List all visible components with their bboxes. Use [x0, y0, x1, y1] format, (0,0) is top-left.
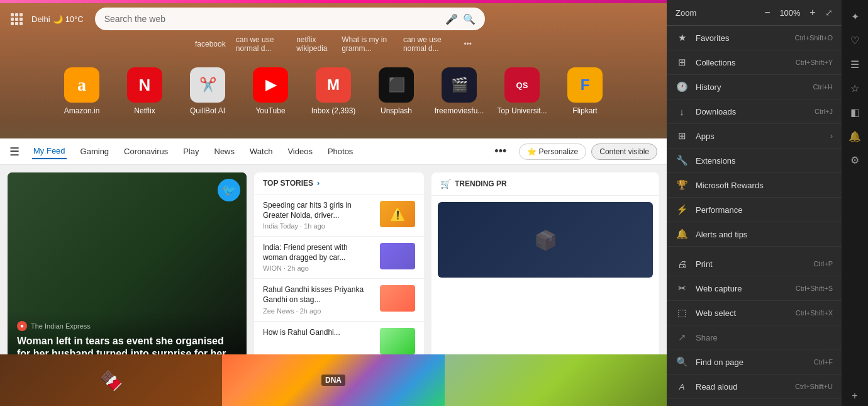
site-netflix[interactable]: N Netflix — [116, 62, 173, 120]
netflix-label: Netflix — [134, 106, 155, 115]
menu-item-print[interactable]: 🖨 Print Ctrl+P — [667, 252, 842, 276]
feed-tab-play[interactable]: Play — [182, 144, 200, 159]
zoom-expand-icon[interactable]: ⤢ — [825, 8, 833, 18]
suggested-item[interactable]: can we use normal d... — [403, 35, 453, 53]
menu-item-share[interactable]: ↗ Share — [667, 325, 842, 350]
zoom-label: Zoom — [676, 8, 755, 18]
suggested-more-icon[interactable]: ••• — [464, 40, 472, 48]
site-unsplash[interactable]: ⬛ Unsplash — [368, 62, 425, 120]
edge-alerts-icon[interactable]: 🔔 — [845, 126, 865, 146]
suggested-item[interactable]: What is my in gramm... — [342, 35, 393, 53]
site-quillbot[interactable]: ✂️ QuillBot AI — [179, 62, 236, 120]
top-stories-label: TOP STORIES — [263, 179, 313, 188]
youtube-icon: ▶ — [253, 67, 288, 103]
top-stories-arrow[interactable]: › — [317, 179, 320, 188]
suggested-item[interactable]: netflix wikipedia — [296, 35, 331, 53]
menu-item-webselect[interactable]: ⬚ Web select Ctrl+Shift+X — [667, 301, 842, 325]
feed-tab-videos[interactable]: Videos — [286, 144, 314, 159]
story-item-image — [380, 243, 415, 269]
bottom-image-3 — [445, 354, 667, 406]
site-amazon[interactable]: a Amazon.in — [53, 62, 110, 120]
suggested-item[interactable]: can we use normal d... — [236, 35, 286, 53]
site-youtube[interactable]: ▶ YouTube — [242, 62, 299, 120]
webselect-label: Web select — [696, 308, 788, 318]
menu-item-moretools[interactable]: ⊞ More tools › — [667, 399, 842, 406]
location-text: Delhi — [31, 14, 50, 24]
trending-label: TRENDING PR — [455, 179, 507, 188]
rewards-icon: 🏆 — [676, 179, 688, 191]
menu-item-apps[interactable]: ⊞ Apps › — [667, 124, 842, 149]
story-item-3[interactable]: Rahul Gandhi kisses Priyanka Gandhi on s… — [254, 279, 424, 321]
menu-item-favorites[interactable]: ★ Favorites Ctrl+Shift+O — [667, 26, 842, 50]
zoom-out-button[interactable]: − — [760, 5, 775, 20]
food-icon: 🍫 — [99, 369, 123, 392]
menu-item-findonpage[interactable]: 🔍 Find on page Ctrl+F — [667, 350, 842, 375]
feed-tab-gaming[interactable]: Gaming — [79, 144, 111, 159]
feed-tab-coronavirus[interactable]: Coronavirus — [123, 144, 169, 159]
story-item-text: India: Friend present with woman dragged… — [263, 243, 374, 272]
story-item-image — [380, 285, 415, 312]
story-item-1[interactable]: Speeding car hits 3 girls in Greater Noi… — [254, 195, 424, 237]
menu-item-collections[interactable]: ⊞ Collections Ctrl+Shift+Y — [667, 50, 842, 75]
flipkart-icon: F — [567, 67, 603, 103]
menu-item-readaloud[interactable]: A Read aloud Ctrl+Shift+U — [667, 375, 842, 399]
edge-reading-icon[interactable]: ☆ — [845, 78, 865, 98]
edge-add-icon[interactable]: + — [845, 386, 865, 406]
suggested-item[interactable]: facebook — [195, 40, 226, 48]
alerts-label: Alerts and tips — [696, 230, 833, 239]
microphone-icon[interactable]: 🎤 — [445, 13, 458, 25]
story-item-title: Rahul Gandhi kisses Priyanka Gandhi on s… — [263, 285, 374, 305]
feed-tab-photos[interactable]: Photos — [326, 144, 354, 159]
site-topuniversities[interactable]: QS Top Universit... — [494, 62, 550, 120]
feed-nav-actions: ⭐ Personalize Content visible — [519, 144, 657, 160]
feed-menu-icon[interactable]: ☰ — [9, 145, 19, 159]
menu-item-extensions[interactable]: 🔧 Extensions — [667, 149, 842, 173]
search-icon[interactable]: 🔍 — [463, 13, 476, 25]
apps-icon: ⊞ — [676, 130, 688, 142]
inbox-label: Inbox (2,393) — [311, 106, 356, 115]
bottom-image-1: 🍫 — [0, 354, 222, 406]
content-visible-button[interactable]: Content visible — [591, 144, 657, 160]
topuniversities-icon: QS — [504, 67, 540, 103]
feed-tab-myfeed[interactable]: My Feed — [32, 144, 67, 159]
story-item-title: India: Friend present with woman dragged… — [263, 243, 374, 262]
edge-sparkle-icon[interactable]: ✦ — [845, 6, 865, 26]
menu-item-performance[interactable]: ⚡ Performance — [667, 198, 842, 222]
menu-item-history[interactable]: 🕐 History Ctrl+H — [667, 75, 842, 99]
favorites-shortcut: Ctrl+Shift+O — [794, 34, 833, 42]
edge-favorites-icon[interactable]: ♡ — [845, 30, 865, 50]
site-flipkart[interactable]: F Flipkart — [557, 62, 613, 120]
apps-grid-button[interactable] — [6, 9, 26, 29]
webcapture-icon: ✂ — [676, 282, 688, 295]
feed-tab-watch[interactable]: Watch — [248, 144, 274, 159]
unsplash-label: Unsplash — [381, 106, 412, 115]
story-item-2[interactable]: India: Friend present with woman dragged… — [254, 237, 424, 279]
webcapture-label: Web capture — [696, 284, 788, 293]
feed-nav-more-icon[interactable]: ••• — [494, 145, 506, 158]
menu-item-alerts[interactable]: 🔔 Alerts and tips — [667, 222, 842, 247]
gmail-icon: M — [316, 67, 351, 103]
personalize-button[interactable]: ⭐ Personalize — [519, 144, 586, 160]
menu-item-rewards[interactable]: 🏆 Microsoft Rewards — [667, 173, 842, 198]
menu-item-webcapture[interactable]: ✂ Web capture Ctrl+Shift+S — [667, 276, 842, 301]
zoom-controls: − 100% + — [760, 5, 820, 20]
zoom-in-button[interactable]: + — [805, 5, 820, 20]
twitter-icon: 🐦 — [218, 179, 240, 201]
site-freemovies[interactable]: 🎬 freemoviesfu... — [431, 62, 487, 120]
story-item-text: Rahul Gandhi kisses Priyanka Gandhi on s… — [263, 285, 374, 314]
top-stories-header: TOP STORIES › — [254, 172, 424, 195]
share-label: Share — [696, 333, 833, 342]
menu-item-downloads[interactable]: ↓ Downloads Ctrl+J — [667, 99, 842, 124]
feed-tab-news[interactable]: News — [213, 144, 236, 159]
site-inbox[interactable]: M Inbox (2,393) — [305, 62, 362, 120]
edge-collections-icon[interactable]: ☰ — [845, 54, 865, 74]
trending-product-box-icon: 📦 — [534, 229, 557, 251]
story-item-title: Speeding car hits 3 girls in Greater Noi… — [263, 201, 374, 220]
freemovies-label: freemoviesfu... — [435, 106, 484, 115]
findonpage-shortcut: Ctrl+F — [814, 358, 833, 366]
sidebar-panel: Zoom − 100% + ⤢ ★ Favorites Ctrl+Shift+O… — [667, 0, 868, 406]
search-bar[interactable]: Search the web 🎤 🔍 — [95, 8, 485, 30]
extensions-icon: 🔧 — [676, 154, 688, 167]
edge-settings-icon[interactable]: ⚙ — [845, 150, 865, 170]
edge-split-icon[interactable]: ◧ — [845, 102, 865, 122]
